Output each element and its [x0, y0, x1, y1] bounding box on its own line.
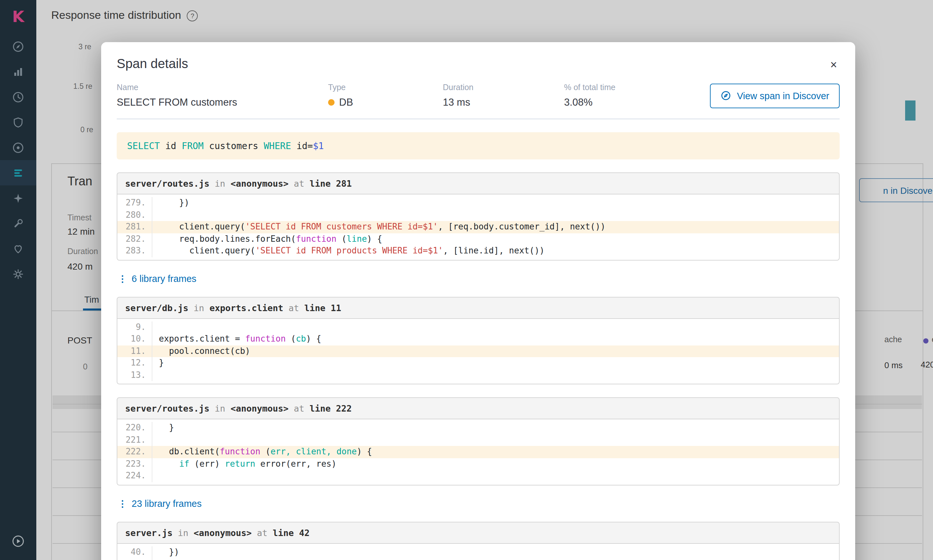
page: K Response time distribution ? 3 re 1.5 …	[0, 0, 933, 560]
line-number: 282.	[117, 233, 152, 245]
line-content	[152, 369, 159, 381]
line-number: 40.	[117, 546, 152, 558]
stack-frame: server/routes.js in <anonymous> at line …	[117, 172, 840, 260]
code-line: 10.exports.client = function (cb) {	[117, 333, 839, 345]
field-label: Name	[117, 83, 328, 92]
ellipsis-icon: ⋮	[118, 273, 126, 283]
code-line: 223. if (err) return error(err, res)	[117, 458, 839, 470]
code-line: 40. })	[117, 546, 839, 558]
line-number: 223.	[117, 458, 152, 470]
line-number: 11.	[117, 345, 152, 357]
frame-code: 279. })280.281. client.query('SELECT id …	[117, 194, 840, 260]
code-line: 221.	[117, 434, 839, 446]
code-line: 41.	[117, 558, 839, 560]
line-number: 280.	[117, 209, 152, 221]
line-content: client.query('SELECT id FROM products WH…	[152, 245, 545, 257]
library-frames-toggle[interactable]: ⋮23 library frames	[118, 498, 840, 508]
line-content: }	[152, 357, 164, 369]
discover-icon	[720, 90, 731, 101]
line-content: }	[152, 422, 174, 434]
code-line: 282. req.body.lines.forEach(function (li…	[117, 233, 839, 245]
line-number: 222.	[117, 446, 152, 458]
code-line: 12.}	[117, 357, 839, 369]
line-number: 283.	[117, 245, 152, 257]
field-value: 13 ms	[443, 97, 564, 108]
field-duration: Duration 13 ms	[443, 83, 564, 108]
span-summary: Name SELECT FROM customers Type DB Durat…	[117, 83, 840, 108]
field-value: DB	[328, 97, 443, 108]
button-label: View span in Discover	[737, 91, 829, 101]
line-number: 10.	[117, 333, 152, 345]
view-span-in-discover-button[interactable]: View span in Discover	[710, 83, 840, 108]
code-line: 11. pool.connect(cb)	[117, 345, 839, 357]
divider	[117, 118, 840, 119]
code-line: 13.	[117, 369, 839, 381]
line-number: 279.	[117, 197, 152, 209]
frame-header: server/db.js in exports.client at line 1…	[117, 297, 840, 318]
line-content: if (err) return error(err, res)	[152, 458, 337, 470]
frame-code: 220. }221.222. db.client(function (err, …	[117, 419, 840, 485]
line-content: db.client(function (err, client, done) {	[152, 446, 372, 458]
field-percent-of-total: % of total time 3.08%	[564, 83, 615, 108]
type-value: DB	[339, 97, 353, 108]
field-name: Name SELECT FROM customers	[117, 83, 328, 108]
line-content	[152, 321, 159, 333]
ellipsis-icon: ⋮	[118, 498, 126, 508]
line-content: })	[152, 197, 189, 209]
line-number: 41.	[117, 558, 152, 560]
frame-header: server/routes.js in <anonymous> at line …	[117, 172, 840, 194]
code-line: 9.	[117, 321, 839, 333]
span-query: SELECT id FROM customers WHERE id=$1	[117, 132, 840, 160]
library-frames-label: 23 library frames	[132, 498, 202, 508]
code-line: 279. })	[117, 197, 839, 209]
line-number: 220.	[117, 422, 152, 434]
line-content: pool.connect(cb)	[152, 345, 250, 357]
field-value: 3.08%	[564, 97, 615, 108]
line-content: req.body.lines.forEach(function (line) {	[152, 233, 382, 245]
stack-frame: server/routes.js in <anonymous> at line …	[117, 397, 840, 485]
line-number: 221.	[117, 434, 152, 446]
frame-header: server.js in <anonymous> at line 42	[117, 522, 840, 543]
line-content: client.query('SELECT id FROM customers W…	[152, 221, 605, 233]
line-content	[152, 470, 159, 482]
field-label: % of total time	[564, 83, 615, 92]
code-line: 280.	[117, 209, 839, 221]
field-type: Type DB	[328, 83, 443, 108]
frame-code: 9.10.exports.client = function (cb) {11.…	[117, 318, 840, 385]
line-number: 13.	[117, 369, 152, 381]
frame-code: 40. })41.42. next()	[117, 543, 840, 560]
stack-frame: server.js in <anonymous> at line 4240. }…	[117, 522, 840, 560]
library-frames-label: 6 library frames	[132, 273, 197, 283]
field-label: Duration	[443, 83, 564, 92]
code-line: 222. db.client(function (err, client, do…	[117, 446, 839, 458]
stack-sections: server/routes.js in <anonymous> at line …	[117, 172, 840, 560]
library-frames-toggle[interactable]: ⋮6 library frames	[118, 273, 840, 283]
stack-frame: server/db.js in exports.client at line 1…	[117, 297, 840, 385]
line-content: exports.client = function (cb) {	[152, 333, 321, 345]
line-number: 12.	[117, 357, 152, 369]
line-content	[152, 209, 159, 221]
line-number: 224.	[117, 470, 152, 482]
close-icon[interactable]: ×	[830, 59, 837, 71]
span-details-modal: Span details × Name SELECT FROM customer…	[101, 42, 855, 560]
line-content	[152, 434, 159, 446]
code-line: 224.	[117, 470, 839, 482]
field-value: SELECT FROM customers	[117, 97, 328, 108]
line-number: 281.	[117, 221, 152, 233]
field-label: Type	[328, 83, 443, 92]
line-content: })	[152, 546, 179, 558]
line-content	[152, 558, 159, 560]
code-line: 220. }	[117, 422, 839, 434]
modal-title: Span details	[117, 56, 840, 71]
code-line: 281. client.query('SELECT id FROM custom…	[117, 221, 839, 233]
type-dot	[328, 99, 334, 106]
line-number: 9.	[117, 321, 152, 333]
code-line: 283. client.query('SELECT id FROM produc…	[117, 245, 839, 257]
frame-header: server/routes.js in <anonymous> at line …	[117, 397, 840, 419]
